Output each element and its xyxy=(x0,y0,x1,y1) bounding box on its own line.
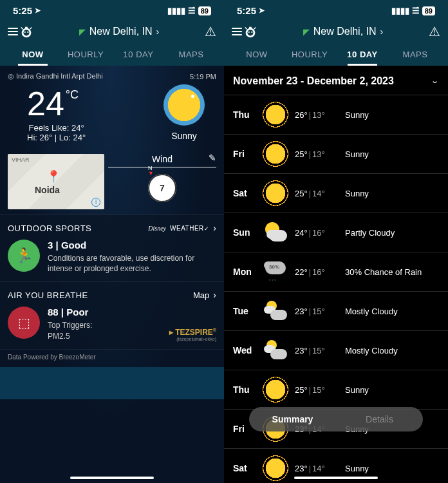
forecast-row[interactable]: Tue23°|15°Mostly Cloudy xyxy=(224,292,448,331)
tab-hourly[interactable]: HOURLY xyxy=(59,43,112,66)
tab-maps[interactable]: MAPS xyxy=(165,43,218,66)
wind-title: Wind xyxy=(108,154,216,164)
forecast-row[interactable]: Mon30%‚‚‚22°|16°30% Chance of Rain xyxy=(224,252,448,292)
forecast-temp: 23°|15° xyxy=(295,307,339,316)
updated-time: 5:19 PM xyxy=(190,73,216,80)
current-temp: 24°C xyxy=(27,84,86,123)
now-content: ◎ Indira Gandhi Intl Arpt Delhi 5:19 PM … xyxy=(0,66,224,483)
status-bar: 5:25➤ ▮▮▮▮ ☰̂ 89 xyxy=(0,0,224,21)
app-header: ◤ New Delhi, IN › ⚠ xyxy=(0,21,224,43)
location-name: New Delhi, IN xyxy=(89,26,153,37)
svg-point-6 xyxy=(27,32,28,33)
svg-rect-1 xyxy=(25,27,28,30)
forecast-condition: Sunny xyxy=(345,149,439,159)
location-selector[interactable]: ◤ New Delhi, IN › xyxy=(303,26,383,37)
toggle-summary[interactable]: Summary xyxy=(249,414,336,424)
outdoor-rating: 3 | Good xyxy=(48,240,216,251)
map-thumbnail[interactable]: VIHAR 📍 Noida i xyxy=(8,154,104,209)
outdoor-desc: Conditions are favorable, use discretion… xyxy=(48,253,216,274)
forecast-day: Tue xyxy=(233,306,256,316)
location-selector[interactable]: ◤ New Delhi, IN › xyxy=(79,26,159,37)
map-city-label: Noida xyxy=(35,185,60,195)
forecast-day: Thu xyxy=(233,384,256,395)
svg-line-3 xyxy=(30,28,32,30)
status-bar: 5:25➤ ▮▮▮▮ ☰̂ 89 xyxy=(224,0,448,21)
tab-hourly[interactable]: HOURLY xyxy=(283,43,336,66)
svg-rect-8 xyxy=(249,27,252,30)
forecast-icon: 30%‚‚‚ xyxy=(263,259,288,285)
forecast-row[interactable]: Thu25°|15°Sunny xyxy=(224,370,448,410)
chevron-right-icon: › xyxy=(156,26,160,37)
alert-icon[interactable]: ⚠ xyxy=(205,24,216,39)
outdoor-sports-card[interactable]: OUTDOOR SPORTS Disney WEATHER✓ › 🏃 3 | G… xyxy=(0,214,224,281)
phone-now: 5:25➤ ▮▮▮▮ ☰̂ 89 ◤ New Delhi, IN › ⚠ NOW… xyxy=(0,0,224,483)
running-icon: 🏃 xyxy=(8,240,40,272)
forecast-day: Fri xyxy=(233,149,256,159)
disney-brand: Disney xyxy=(148,225,166,232)
home-indicator[interactable] xyxy=(70,477,154,479)
tab-bar: NOW HOURLY 10 DAY MAPS xyxy=(224,43,448,66)
app-logo-icon xyxy=(243,24,257,39)
forecast-row[interactable]: Sun24°|16°Partly Cloudy xyxy=(224,213,448,252)
svg-point-5 xyxy=(24,32,26,33)
forecast-condition: Sunny xyxy=(345,110,439,120)
tab-maps[interactable]: MAPS xyxy=(389,43,442,66)
forecast-row[interactable]: Sat25°|14°Sunny xyxy=(224,174,448,213)
chevron-right-icon: › xyxy=(380,26,384,37)
alert-icon[interactable]: ⚠ xyxy=(429,24,440,39)
forecast-icon xyxy=(263,141,288,167)
svg-point-12 xyxy=(248,32,250,33)
svg-point-13 xyxy=(251,32,252,33)
svg-line-9 xyxy=(245,28,247,30)
svg-point-4 xyxy=(23,30,29,35)
menu-button[interactable] xyxy=(8,28,18,35)
view-toggle[interactable]: Summary Details xyxy=(249,407,423,431)
chevron-right-icon: › xyxy=(213,290,216,300)
condition-text: Sunny xyxy=(171,131,197,141)
data-attribution: Data Powered by BreezoMeter xyxy=(8,354,96,361)
status-time: 5:25 xyxy=(13,5,32,16)
air-triggers: Top Triggers:PM2.5 xyxy=(48,320,162,341)
svg-line-10 xyxy=(254,28,256,30)
map-pin-icon: 📍 xyxy=(46,169,61,184)
forecast-row[interactable]: Fri25°|13°Sunny xyxy=(224,135,448,174)
forecast-temp: 26°|13° xyxy=(295,110,339,120)
forecast-day: Sun xyxy=(233,227,256,238)
air-quality-card[interactable]: AIR YOU BREATHE Map › ⬚ 88 | Poor Top Tr… xyxy=(0,281,224,348)
location-name: New Delhi, IN xyxy=(313,26,377,37)
tab-10day[interactable]: 10 DAY xyxy=(112,43,165,66)
map-info-icon[interactable]: i xyxy=(91,198,100,207)
forecast-row[interactable]: Thu26°|13°Sunny xyxy=(224,95,448,135)
forecast-condition: Partly Cloudy xyxy=(345,228,439,238)
sponsor-logo: ▸ TEZSPIRE® xyxy=(169,328,216,337)
forecast-row[interactable]: Wed23°|15°Mostly Cloudy xyxy=(224,331,448,370)
hi-lo: Hi: 26° | Lo: 24° xyxy=(27,133,86,142)
forecast-icon xyxy=(263,220,288,245)
battery-indicator: 89 xyxy=(422,6,435,15)
air-map-link[interactable]: Map xyxy=(193,290,209,300)
condition-icon xyxy=(163,84,205,126)
compass-arrow-icon: ▼ xyxy=(148,170,154,176)
home-indicator[interactable] xyxy=(294,477,378,479)
forecast-icon xyxy=(263,337,288,363)
nav-icon: ◤ xyxy=(79,27,86,37)
weather-brand: WEATHER✓ xyxy=(170,225,209,232)
toggle-details[interactable]: Details xyxy=(336,414,423,424)
tenday-content: November 23 - December 2, 2023 ⌄ Thu26°|… xyxy=(224,66,448,483)
phone-10day: 5:25➤ ▮▮▮▮ ☰̂ 89 ◤ New Delhi, IN › ⚠ NOW… xyxy=(224,0,448,483)
lungs-icon: ⬚ xyxy=(8,307,40,339)
tab-10day[interactable]: 10 DAY xyxy=(336,43,389,66)
feels-like: Feels Like: 24° xyxy=(27,123,86,133)
forecast-temp: 24°|16° xyxy=(295,228,339,238)
status-time: 5:25 xyxy=(237,5,256,16)
tab-now[interactable]: NOW xyxy=(230,43,283,66)
forecast-temp: 25°|13° xyxy=(295,149,339,159)
chevron-down-icon: ⌄ xyxy=(431,77,439,85)
tab-now[interactable]: NOW xyxy=(6,43,59,66)
date-range-selector[interactable]: November 23 - December 2, 2023 ⌄ xyxy=(224,66,448,95)
forecast-condition: 30% Chance of Rain xyxy=(345,267,439,277)
app-logo-icon xyxy=(19,24,33,39)
menu-button[interactable] xyxy=(232,28,242,35)
edit-icon[interactable]: ✎ xyxy=(209,153,216,163)
forecast-day: Sat xyxy=(233,463,256,473)
